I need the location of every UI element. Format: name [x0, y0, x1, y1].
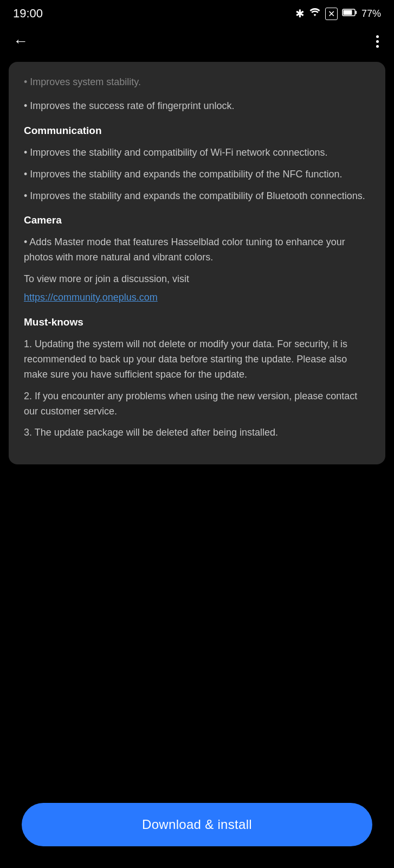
must-know-0: 1. Updating the system will not delete o… — [24, 337, 370, 382]
status-bar: 19:00 ✱ ✕ 77% — [0, 0, 394, 25]
dot-2 — [376, 40, 379, 43]
svg-rect-1 — [343, 10, 352, 15]
svg-rect-2 — [356, 11, 357, 14]
status-icons: ✱ ✕ 77% — [295, 7, 381, 20]
must-knows-heading: Must-knows — [24, 316, 370, 328]
communication-bullet-2: • Improves the stability and expands the… — [24, 189, 370, 204]
section-heading-camera: Camera — [24, 214, 370, 226]
section-heading-communication: Communication — [24, 125, 370, 137]
visit-text: To view more or join a discussion, visit — [24, 272, 370, 287]
wifi-icon — [309, 8, 321, 20]
back-button[interactable]: ← — [13, 34, 28, 49]
dot-1 — [376, 35, 379, 38]
camera-bullet-0: • Adds Master mode that features Hasselb… — [24, 235, 370, 265]
partial-top-text: • Improves system stability. — [24, 75, 370, 90]
status-time: 19:00 — [13, 7, 43, 21]
more-menu-button[interactable] — [374, 31, 381, 51]
dot-3 — [376, 45, 379, 48]
battery-percent: 77% — [361, 8, 381, 20]
must-know-2: 3. The update package will be deleted af… — [24, 425, 370, 441]
must-know-1: 2. If you encounter any problems when us… — [24, 389, 370, 419]
communication-bullet-1: • Improves the stability and expands the… — [24, 167, 370, 182]
battery-icon — [342, 8, 357, 19]
communication-bullet-0: • Improves the stability and compatibili… — [24, 145, 370, 161]
message-icon: ✕ — [325, 8, 338, 20]
fingerprint-text: • Improves the success rate of fingerpri… — [24, 99, 370, 114]
community-link[interactable]: https://community.oneplus.com — [24, 292, 158, 303]
content-card: • Improves system stability. • Improves … — [9, 62, 385, 464]
bottom-action-area: Download & install — [0, 790, 394, 868]
bluetooth-icon: ✱ — [295, 7, 305, 20]
download-install-button[interactable]: Download & install — [22, 803, 372, 846]
nav-bar: ← — [0, 25, 394, 58]
